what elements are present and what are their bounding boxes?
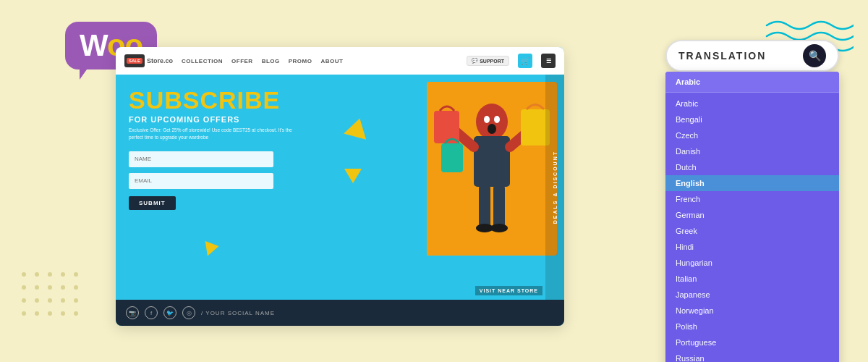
decorative-dots [22,272,81,319]
lang-item-norwegian[interactable]: Norwegian [665,303,839,319]
visit-store-label: VISIT NEAR STORE [475,286,542,295]
svg-rect-9 [493,185,505,228]
nav-logo: SALE Store.co [124,54,173,67]
nav-promo[interactable]: PROMO [289,58,312,64]
svg-point-13 [494,116,500,123]
lang-item-czech[interactable]: Czech [665,127,839,143]
footer-bar: 📷 f 🐦 ◎ / YOUR SOCIAL NAME [116,300,564,326]
lang-item-japanese[interactable]: Japanese [665,287,839,303]
lang-item-russian[interactable]: Russian [665,350,839,362]
svg-rect-2 [474,136,510,187]
lang-item-french[interactable]: French [665,191,839,207]
nav-store-name: Store.co [147,57,173,64]
deals-sidebar: DEALS & DISCOUNT [545,75,564,300]
svg-rect-5 [434,111,459,143]
svg-point-1 [476,104,508,140]
translation-panel: TRANSLATION 🔍 Arabic ArabicBengaliCzechD… [665,40,839,362]
svg-point-11 [490,224,508,232]
lang-item-arabic[interactable]: Arabic [665,96,839,111]
svg-point-14 [488,124,496,134]
support-label: SUPPORT [480,59,504,64]
lang-item-portuguese[interactable]: Portuguese [665,334,839,350]
lang-item-greek[interactable]: Greek [665,223,839,239]
podcast-icon[interactable]: ◎ [182,306,195,319]
search-icon[interactable]: 🔍 [803,44,826,67]
nav-offer[interactable]: OFFER [231,58,253,64]
social-name: / YOUR SOCIAL NAME [201,310,275,316]
nav-blog[interactable]: BLOG [262,58,280,64]
nav-logo-icon: SALE [124,54,145,67]
store-card: SALE Store.co COLLECTION OFFER BLOG PROM… [116,47,564,326]
lang-item-german[interactable]: German [665,207,839,223]
offer-desc: Exclusive Offer: Get 25% off storewide! … [129,127,302,141]
main-content: SUBSCRIBE FOR UPCOMING OFFERS Exclusive … [116,75,564,300]
language-dropdown: Arabic ArabicBengaliCzechDanishDutchEngl… [665,72,839,362]
instagram-icon[interactable]: 📷 [126,306,139,319]
deals-text: DEALS & DISCOUNT [553,151,558,224]
submit-button[interactable]: SUBMIT [129,196,176,210]
lang-item-hindi[interactable]: Hindi [665,239,839,255]
support-button[interactable]: 💬 SUPPORT [467,56,509,66]
triangle-decoration-3 [201,241,219,258]
translation-label: TRANSLATION [678,50,803,62]
menu-icon[interactable]: ☰ [541,54,556,68]
shopping-image [427,82,557,256]
translation-search-bar[interactable]: TRANSLATION 🔍 [665,40,839,72]
lang-item-bengali[interactable]: Bengali [665,111,839,127]
left-content: SUBSCRIBE FOR UPCOMING OFFERS Exclusive … [116,75,412,300]
email-input[interactable] [129,173,273,189]
nav-collection[interactable]: COLLECTION [182,58,223,64]
lang-item-danish[interactable]: Danish [665,143,839,159]
sale-badge: SALE [127,58,142,64]
language-list: ArabicBengaliCzechDanishDutchEnglishFren… [665,93,839,362]
facebook-icon[interactable]: f [145,306,158,319]
subscribe-title: SUBSCRIBE [129,88,399,112]
twitter-icon[interactable]: 🐦 [163,306,176,319]
lang-item-english[interactable]: English [665,175,839,191]
svg-rect-7 [441,143,463,172]
triangle-decoration-2 [344,169,362,183]
shopping-person-svg [427,82,557,256]
right-image-area [412,75,564,300]
lang-item-dutch[interactable]: Dutch [665,159,839,175]
cart-icon[interactable]: 🛒 [518,54,532,68]
nav-bar: SALE Store.co COLLECTION OFFER BLOG PROM… [116,47,564,75]
dropdown-header[interactable]: Arabic [665,72,839,93]
lang-item-hungarian[interactable]: Hungarian [665,255,839,271]
svg-rect-8 [479,185,490,228]
name-input[interactable] [129,151,273,167]
lang-item-italian[interactable]: Italian [665,271,839,287]
svg-point-12 [484,116,490,123]
nav-about[interactable]: ABOUT [320,58,343,64]
lang-item-polish[interactable]: Polish [665,319,839,334]
